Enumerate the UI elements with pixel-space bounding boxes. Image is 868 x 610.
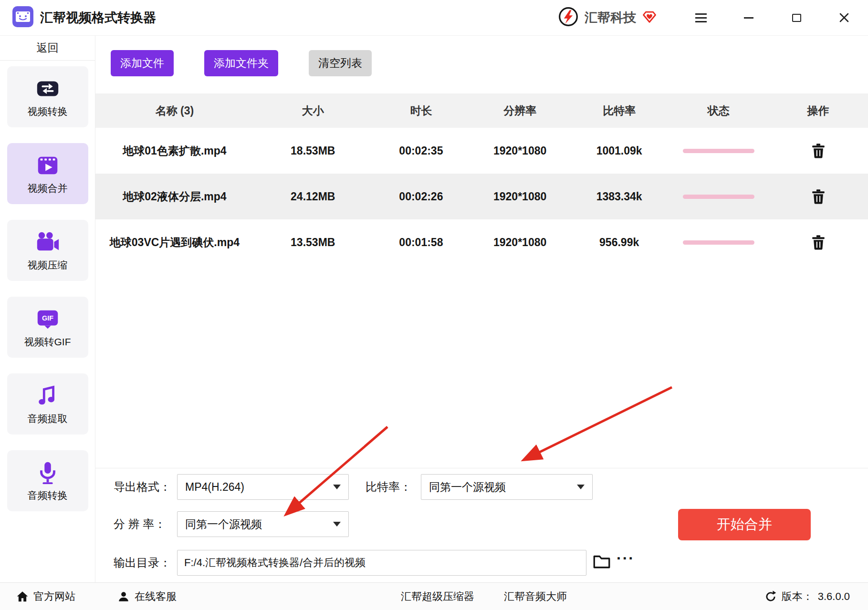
file-name: 地球03VC片遇到碘伏.mp4: [95, 235, 254, 250]
file-resolution: 1920*1080: [470, 236, 570, 249]
file-actions: [768, 188, 868, 205]
header-bitrate: 比特率: [570, 103, 669, 118]
sidebar-item-label: 视频压缩: [28, 258, 68, 272]
bitrate-label: 比特率：: [366, 480, 411, 494]
audio-master-link[interactable]: 汇帮音频大师: [504, 589, 567, 604]
trash-icon: [812, 189, 825, 204]
audio-extract-icon: [35, 383, 61, 409]
delete-button[interactable]: [811, 143, 826, 159]
titlebar: 汇帮视频格式转换器 汇帮科技: [0, 0, 868, 36]
video-to-gif-icon: GIF: [35, 306, 61, 332]
file-table: 名称 (3) 大小 时长 分辨率 比特率 状态 操作 地球01色素扩散.mp4 …: [95, 93, 868, 265]
export-format-select[interactable]: MP4(H.264): [177, 474, 349, 500]
sidebar-item-video-convert[interactable]: 视频转换: [7, 66, 88, 127]
table-row: 地球03VC片遇到碘伏.mp4 13.53MB 00:01:58 1920*10…: [95, 219, 868, 265]
file-toolbar: 添加文件 添加文件夹 清空列表: [95, 36, 868, 76]
more-options-button[interactable]: ···: [617, 549, 635, 567]
app-window: 汇帮视频格式转换器 汇帮科技: [0, 0, 868, 610]
sidebar-item-label: 视频合并: [28, 182, 68, 195]
file-name: 地球02液体分层.mp4: [95, 189, 254, 204]
empty-space: [95, 265, 868, 468]
brand-logo-icon: [558, 6, 579, 29]
browse-folder-button[interactable]: [593, 554, 610, 570]
sidebar: 返回 视频转换: [0, 36, 95, 582]
header-status: 状态: [669, 103, 768, 118]
file-actions: [768, 143, 868, 159]
file-duration: 00:02:26: [372, 190, 471, 203]
file-size: 18.53MB: [254, 145, 372, 157]
export-format-label: 导出格式：: [114, 480, 171, 494]
brand: 汇帮科技: [558, 6, 657, 29]
trash-icon: [812, 235, 825, 250]
progress-bar: [683, 149, 754, 153]
sidebar-item-label: 音频转换: [28, 489, 68, 502]
file-duration: 00:02:35: [372, 145, 471, 157]
footer: 官方网站 在线客服 汇帮超级压缩器 汇帮音频大师: [0, 582, 868, 610]
file-size: 24.12MB: [254, 190, 372, 203]
sidebar-item-video-compress[interactable]: 视频压缩: [7, 220, 88, 281]
header-duration: 时长: [372, 103, 471, 118]
brand-name: 汇帮科技: [585, 9, 636, 26]
maximize-icon: [792, 14, 801, 22]
hamburger-icon: [695, 17, 707, 19]
sidebar-item-label: 音频提取: [28, 412, 68, 425]
bitrate-select[interactable]: 同第一个源视频: [421, 474, 593, 500]
sidebar-item-video-merge[interactable]: 视频合并: [7, 143, 88, 204]
sidebar-item-audio-convert[interactable]: 音频转换: [7, 450, 88, 511]
super-compressor-link[interactable]: 汇帮超级压缩器: [401, 589, 474, 604]
bitrate-value: 同第一个源视频: [429, 480, 506, 495]
file-status: [669, 195, 768, 199]
file-bitrate: 956.99k: [570, 236, 669, 249]
menu-button[interactable]: [690, 7, 711, 28]
output-dir-input[interactable]: [177, 550, 586, 576]
app-identity: 汇帮视频格式转换器: [12, 6, 156, 29]
footer-left: 官方网站 在线客服: [16, 583, 177, 610]
delete-button[interactable]: [811, 234, 826, 251]
titlebar-controls: 汇帮科技: [558, 6, 855, 29]
sidebar-item-label: 视频转GIF: [24, 335, 71, 349]
resolution-value: 同第一个源视频: [185, 517, 262, 532]
clear-list-button[interactable]: 清空列表: [309, 50, 372, 76]
start-merge-button[interactable]: 开始合并: [678, 509, 811, 540]
add-file-button[interactable]: 添加文件: [111, 50, 174, 76]
merge-settings-panel: 导出格式： MP4(H.264) 比特率： 同第一个源视频 分 辨 率： 同第一…: [95, 468, 868, 582]
table-row: 地球01色素扩散.mp4 18.53MB 00:02:35 1920*1080 …: [95, 128, 868, 174]
person-icon: [117, 590, 130, 603]
add-folder-button[interactable]: 添加文件夹: [204, 50, 278, 76]
refresh-icon[interactable]: [764, 590, 777, 603]
app-title: 汇帮视频格式转换器: [40, 9, 156, 26]
online-support-link[interactable]: 在线客服: [117, 589, 177, 604]
footer-version: 版本： 3.6.0.0: [764, 583, 850, 610]
app-icon: [12, 6, 33, 29]
file-status: [669, 149, 768, 153]
online-support-label: 在线客服: [135, 589, 177, 604]
audio-convert-icon: [35, 460, 61, 486]
minimize-button[interactable]: [738, 7, 759, 28]
main-area: 返回 视频转换: [0, 36, 868, 582]
back-button[interactable]: 返回: [0, 36, 95, 61]
official-site-link[interactable]: 官方网站: [16, 589, 75, 604]
resolution-select[interactable]: 同第一个源视频: [177, 511, 349, 537]
trash-icon: [812, 144, 825, 158]
footer-center: 汇帮超级压缩器 汇帮音频大师: [401, 583, 567, 610]
file-actions: [768, 234, 868, 251]
chevron-down-icon: [333, 522, 341, 527]
sidebar-item-audio-extract[interactable]: 音频提取: [7, 373, 88, 434]
maximize-button[interactable]: [786, 7, 807, 28]
file-bitrate: 1001.09k: [570, 145, 669, 157]
svg-text:GIF: GIF: [42, 314, 53, 322]
brand-diamond-icon: [642, 10, 657, 26]
sidebar-item-video-to-gif[interactable]: GIF 视频转GIF: [7, 297, 88, 358]
close-button[interactable]: [834, 7, 855, 28]
file-status: [669, 240, 768, 245]
content: 添加文件 添加文件夹 清空列表 名称 (3) 大小 时长 分辨率 比特率 状态 …: [95, 36, 868, 582]
header-actions: 操作: [768, 103, 868, 118]
file-name: 地球01色素扩散.mp4: [95, 144, 254, 158]
delete-button[interactable]: [811, 188, 826, 205]
chevron-down-icon: [333, 485, 341, 489]
table-header: 名称 (3) 大小 时长 分辨率 比特率 状态 操作: [95, 93, 868, 128]
progress-bar: [683, 240, 754, 245]
file-resolution: 1920*1080: [470, 145, 570, 157]
output-dir-label: 输出目录：: [114, 556, 171, 569]
video-merge-icon: [35, 153, 61, 178]
